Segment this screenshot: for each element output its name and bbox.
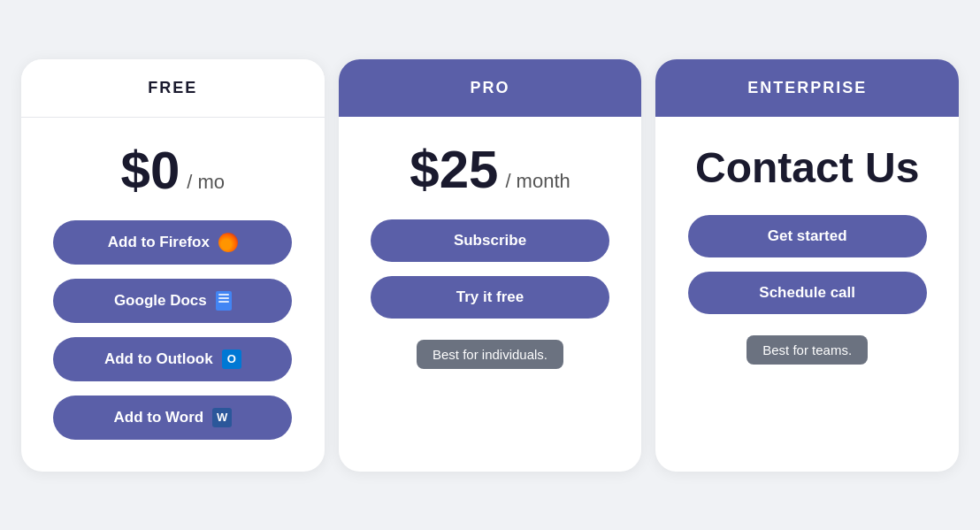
- add-outlook-btn-label: Add to Outlook: [104, 350, 213, 368]
- plan-body-pro: $25/ monthSubscribeTry it freeBest for i…: [339, 117, 642, 472]
- price-amount-pro: $25: [410, 143, 498, 196]
- price-display-free: $0/ mo: [121, 144, 226, 197]
- gdocs-icon: [216, 291, 232, 311]
- badge-enterprise: Best for teams.: [746, 335, 868, 365]
- plan-header-enterprise: ENTERPRISE: [655, 59, 959, 117]
- plan-card-free: FREE$0/ moAdd to FirefoxGoogle DocsAdd t…: [21, 59, 325, 472]
- plan-name-pro: PRO: [471, 79, 510, 96]
- plan-card-enterprise: ENTERPRISEContact UsGet startedSchedule …: [655, 59, 959, 472]
- plan-name-enterprise: ENTERPRISE: [747, 79, 867, 96]
- add-outlook-btn[interactable]: Add to Outlook: [53, 337, 292, 381]
- contact-us-label: Contact Us: [695, 143, 919, 192]
- price-period-free: / mo: [187, 171, 225, 194]
- schedule-call-btn-label: Schedule call: [759, 284, 855, 302]
- get-started-btn-label: Get started: [768, 227, 847, 245]
- price-display-pro: $25/ month: [410, 143, 570, 196]
- schedule-call-btn[interactable]: Schedule call: [688, 272, 927, 314]
- outlook-icon: [222, 349, 241, 369]
- add-word-btn[interactable]: Add to Word: [53, 396, 292, 440]
- plan-header-free: FREE: [21, 59, 325, 118]
- subscribe-btn[interactable]: Subscribe: [371, 219, 609, 262]
- price-amount-free: $0: [121, 144, 180, 197]
- price-period-pro: / month: [505, 170, 570, 193]
- pricing-container: FREE$0/ moAdd to FirefoxGoogle DocsAdd t…: [21, 59, 959, 472]
- subscribe-btn-label: Subscribe: [454, 232, 526, 250]
- google-docs-btn-label: Google Docs: [114, 292, 207, 310]
- plan-body-enterprise: Contact UsGet startedSchedule callBest f…: [655, 117, 959, 472]
- plan-card-pro: PRO$25/ monthSubscribeTry it freeBest fo…: [339, 59, 642, 472]
- google-docs-btn[interactable]: Google Docs: [53, 279, 292, 323]
- plan-name-free: FREE: [148, 79, 197, 96]
- add-firefox-btn-label: Add to Firefox: [108, 234, 210, 251]
- try-free-btn-label: Try it free: [456, 288, 524, 306]
- badge-pro: Best for individuals.: [417, 340, 563, 369]
- firefox-icon: [218, 233, 238, 252]
- add-firefox-btn[interactable]: Add to Firefox: [53, 220, 292, 265]
- plan-header-pro: PRO: [339, 59, 642, 117]
- plan-body-free: $0/ moAdd to FirefoxGoogle DocsAdd to Ou…: [21, 118, 325, 472]
- word-icon: [212, 408, 232, 427]
- add-word-btn-label: Add to Word: [113, 409, 203, 426]
- try-free-btn[interactable]: Try it free: [371, 276, 609, 319]
- get-started-btn[interactable]: Get started: [688, 215, 927, 257]
